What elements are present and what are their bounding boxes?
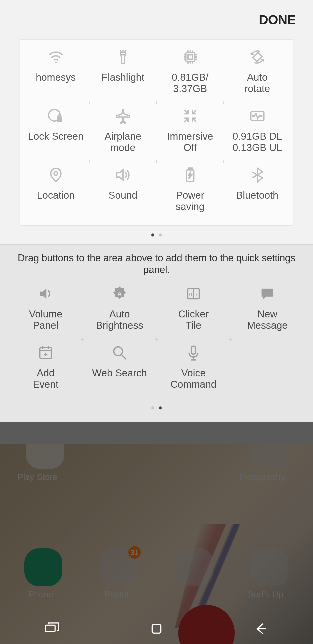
svg-rect-12 — [188, 168, 192, 170]
tile-label: Web Search — [92, 368, 147, 379]
tile-label: homesys — [36, 72, 76, 83]
pin-icon — [47, 166, 64, 184]
available-pager[interactable] — [9, 398, 304, 417]
svg-rect-22 — [191, 346, 196, 354]
tile-rotate[interactable]: Autorotate — [224, 44, 291, 103]
folder-misc[interactable] — [175, 548, 213, 586]
svg-point-10 — [54, 172, 58, 175]
tile-autobri[interactable]: AAutoBrightness+ — [83, 281, 156, 340]
tile-voice[interactable]: VoiceCommand — [156, 340, 230, 398]
tile-bluetooth[interactable]: Bluetooth — [224, 162, 291, 221]
tile-label: 0.91GB DL0.13GB UL — [233, 131, 282, 153]
quick-settings-editor: DONE homesys+Flashlight+0.81GB/3.37GB+Au… — [0, 0, 313, 422]
badge: 31 — [128, 546, 141, 559]
tile-airplane[interactable]: Airplanemode+ — [89, 103, 156, 162]
app-label: Surf's Up — [248, 590, 283, 600]
svg-point-17 — [265, 292, 266, 294]
tile-blank — [230, 340, 304, 398]
lockscreen-icon — [47, 107, 64, 125]
navbar — [0, 614, 313, 644]
calendar-add-icon — [37, 344, 54, 362]
back-button[interactable] — [252, 620, 270, 638]
tile-label: VolumePanel — [29, 308, 62, 331]
app-label: Phone — [28, 590, 53, 600]
active-pager[interactable] — [0, 226, 313, 244]
tile-label: Airplanemode — [105, 131, 141, 153]
folder-surf[interactable] — [250, 548, 288, 586]
svg-rect-6 — [253, 52, 262, 62]
tile-websearch[interactable]: Web Search — [83, 340, 156, 398]
tile-sound[interactable]: Sound — [89, 162, 156, 221]
rotate-icon — [249, 48, 266, 66]
tile-wifi[interactable]: homesys+ — [22, 44, 89, 103]
home-button[interactable] — [148, 620, 165, 638]
message-icon — [259, 285, 276, 302]
collapse-icon — [182, 107, 199, 125]
pager-dot[interactable] — [159, 234, 162, 236]
tile-label: Location — [37, 190, 75, 201]
netmeter-icon — [249, 107, 266, 125]
app-label: Pictography — [239, 472, 285, 482]
mic-icon — [185, 344, 202, 362]
tile-label: Flashlight — [101, 72, 144, 83]
tile-label: AddEvent — [33, 368, 58, 390]
app-label: Postal — [104, 590, 128, 600]
tile-immersive[interactable]: ImmersiveOff+ — [156, 103, 224, 162]
svg-rect-8 — [57, 118, 62, 122]
folder-playstore[interactable] — [26, 444, 64, 469]
phone-app[interactable] — [24, 548, 62, 586]
tile-memory[interactable]: 0.81GB/3.37GB+ — [156, 44, 224, 103]
tile-label: NewMessage — [247, 308, 288, 331]
search-icon — [111, 344, 128, 362]
tile-netusage[interactable]: 0.91GB DL0.13GB UL — [224, 103, 291, 162]
svg-text:7: 7 — [195, 292, 198, 298]
svg-point-2 — [55, 62, 56, 63]
tile-label: Lock Screen — [28, 131, 84, 142]
tile-location[interactable]: Location — [22, 162, 89, 221]
tile-lock[interactable]: Lock Screen+ — [22, 103, 89, 162]
svg-rect-5 — [188, 55, 192, 59]
tile-volume[interactable]: VolumePanel+ — [9, 281, 83, 340]
svg-text:A: A — [117, 290, 122, 297]
svg-rect-0 — [46, 625, 55, 632]
tile-label: Autorotate — [245, 72, 270, 94]
folder-pictography[interactable] — [250, 444, 288, 469]
tile-label: VoiceCommand — [170, 368, 217, 390]
counter-icon: 07 — [185, 285, 202, 302]
tile-label: ClickerTile — [178, 308, 209, 331]
pager-dot[interactable] — [151, 406, 154, 410]
tile-addevent[interactable]: AddEvent — [9, 340, 83, 398]
svg-point-21 — [114, 347, 122, 356]
tile-label: AutoBrightness — [96, 308, 143, 331]
app-label: Play Store — [17, 472, 58, 482]
bluetooth-icon — [249, 166, 266, 184]
svg-rect-4 — [186, 53, 195, 61]
tile-power[interactable]: Powersaving — [156, 162, 224, 221]
svg-point-19 — [269, 292, 270, 294]
svg-text:0: 0 — [189, 292, 192, 298]
tile-newmsg[interactable]: NewMessage — [230, 281, 304, 340]
recents-button[interactable] — [43, 620, 61, 638]
flashlight-icon — [114, 48, 132, 66]
tile-label: 0.81GB/3.37GB — [172, 72, 208, 94]
cpu-icon — [182, 48, 199, 66]
svg-rect-1 — [152, 624, 161, 633]
battery-recycle-icon — [182, 166, 199, 184]
speaker-icon — [114, 166, 132, 184]
tile-label: Powersaving — [176, 190, 205, 212]
tile-clicker[interactable]: 07ClickerTile+ — [156, 281, 230, 340]
available-tiles-zone: Drag buttons to the area above to add th… — [0, 244, 313, 422]
pager-dot[interactable] — [159, 406, 162, 410]
tile-label: Sound — [108, 190, 137, 201]
airplane-icon — [114, 107, 132, 125]
pager-dot[interactable] — [151, 234, 154, 236]
tile-flashlight[interactable]: Flashlight+ — [89, 44, 156, 103]
tile-label: ImmersiveOff — [167, 131, 213, 153]
tile-label: Bluetooth — [236, 190, 278, 201]
active-tiles-zone: homesys+Flashlight+0.81GB/3.37GB+Autorot… — [0, 39, 313, 226]
volume-icon — [37, 285, 54, 302]
done-button[interactable]: DONE — [259, 12, 296, 27]
svg-point-18 — [267, 292, 268, 294]
brightness-auto-icon: A — [111, 285, 128, 302]
wifi-icon — [47, 48, 64, 66]
